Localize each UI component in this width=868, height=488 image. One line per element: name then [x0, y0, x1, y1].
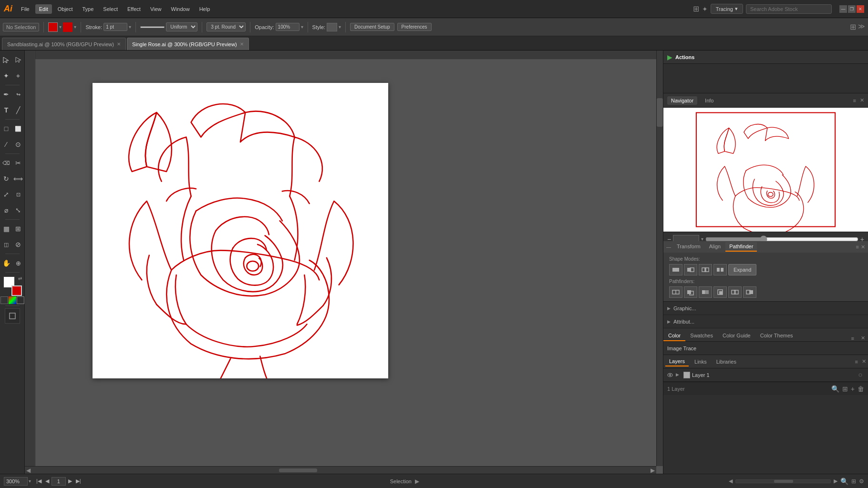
tab-align[interactable]: Align [705, 242, 724, 252]
tab-rose[interactable]: Single Rose.ai @ 300% (RGB/GPU Preview) … [127, 38, 249, 50]
fill-color-swatch[interactable] [48, 22, 58, 32]
width-tool[interactable]: ⤡ [12, 203, 24, 218]
tab-rose-close[interactable]: ✕ [240, 41, 244, 47]
type-tool[interactable]: T [0, 102, 12, 118]
scroll-left-arrow[interactable]: ◀ [25, 467, 32, 474]
crop-btn[interactable] [713, 286, 727, 298]
menu-object[interactable]: Object [54, 4, 77, 14]
preferences-button[interactable]: Preferences [397, 23, 432, 31]
layers-close[interactable]: ✕ [862, 358, 866, 365]
rotate-tool[interactable]: ↻ [0, 171, 12, 186]
merge-btn[interactable] [699, 286, 712, 298]
scroll-thumb[interactable] [279, 468, 317, 472]
scroll-position-thumb[interactable] [774, 480, 793, 483]
minus-back-btn[interactable] [743, 286, 756, 298]
page-number-input[interactable] [52, 477, 66, 486]
canvas-area[interactable]: .rose-path { fill: none; stroke: #cc0000… [25, 51, 663, 474]
layers-menu[interactable]: ≡ [855, 359, 858, 365]
hand-tool[interactable]: ✋ [0, 255, 12, 271]
status-arrow-right[interactable]: ▶ [413, 478, 421, 485]
reflect-tool[interactable]: ⟺ [12, 171, 24, 186]
zoom-arrow[interactable]: ▾ [29, 478, 31, 484]
expand-button[interactable]: Expand [728, 264, 756, 275]
actions-play-button[interactable]: ▶ [667, 53, 672, 61]
menu-edit[interactable]: Edit [35, 4, 52, 14]
prev-page-button[interactable]: |◀ [35, 478, 43, 484]
layer-lock-icon[interactable] [858, 371, 865, 379]
intersect-btn[interactable] [699, 264, 712, 275]
divide-btn[interactable] [669, 286, 682, 298]
status-grid-icon[interactable]: ⊞ [851, 478, 856, 485]
attributes-item[interactable]: ▶ Attribut... [663, 315, 868, 328]
horizontal-scrollbar[interactable]: ◀ ▶ [25, 466, 656, 474]
scissors-tool[interactable]: ✂ [12, 155, 24, 171]
brush-icon[interactable]: ✦ [702, 5, 708, 13]
style-arrow[interactable]: ▾ [339, 24, 341, 30]
stroke-arrow[interactable]: ▾ [74, 24, 76, 30]
stroke-color-swatch[interactable] [63, 22, 72, 32]
lasso-tool[interactable]: ⌖ [12, 68, 24, 83]
gradient-tool[interactable]: ◫ [0, 237, 12, 252]
arrange-icon[interactable]: ⊞ [693, 4, 699, 13]
scroll-track[interactable] [32, 468, 649, 472]
warp-tool[interactable]: ⌀ [0, 203, 12, 218]
minimize-button[interactable]: — [839, 5, 847, 13]
stroke-weight-input[interactable] [103, 23, 127, 31]
zoom-tool[interactable]: ⊕ [12, 255, 24, 271]
tab-layers[interactable]: Layers [665, 357, 689, 366]
opacity-input[interactable] [276, 23, 300, 31]
pen-tool[interactable]: ✒ [0, 87, 12, 102]
graphic-styles-item[interactable]: ▶ Graphic... [663, 302, 868, 315]
stroke-swatch[interactable] [11, 285, 22, 296]
next-page-step[interactable]: ▶ [67, 478, 73, 484]
status-settings-icon[interactable]: ⚙ [859, 478, 864, 485]
rect-tool[interactable]: □ [0, 121, 12, 136]
fill-arrow[interactable]: ▾ [59, 24, 62, 30]
workspace-button[interactable]: Tracing ▾ [711, 4, 743, 14]
more-options-icon[interactable]: ≫ [858, 22, 865, 31]
opacity-arrow[interactable]: ▾ [301, 24, 303, 30]
canvas-content[interactable]: .rose-path { fill: none; stroke: #cc0000… [35, 59, 656, 466]
menu-window[interactable]: Window [167, 4, 194, 14]
magic-wand-tool[interactable]: ✦ [0, 68, 12, 83]
document-setup-button[interactable]: Document Setup [350, 23, 394, 31]
tab-transform[interactable]: Transform [673, 242, 704, 252]
menu-select[interactable]: Select [99, 4, 122, 14]
tab-swatches[interactable]: Swatches [685, 331, 718, 341]
pathfinder-close[interactable]: ✕ [861, 244, 865, 250]
vertical-scrollbar[interactable] [656, 51, 663, 466]
menu-type[interactable]: Type [79, 4, 98, 14]
pathfinder-collapse[interactable]: — [666, 244, 671, 250]
tab-info[interactable]: Info [701, 96, 717, 105]
tab-sandblasting[interactable]: Sandblasting.ai @ 100% (RGB/GPU Preview)… [2, 38, 126, 50]
eyedropper-tool[interactable]: ⊘ [12, 237, 24, 252]
eraser-tool[interactable]: ⌫ [0, 155, 12, 171]
color-panel-close[interactable]: ✕ [858, 335, 868, 341]
artboard-prev-icon[interactable]: ◀ [729, 478, 733, 484]
outline-btn[interactable] [728, 286, 742, 298]
status-search-icon[interactable]: 🔍 [840, 478, 848, 485]
mesh-tool[interactable]: ⊞ [12, 221, 24, 236]
layers-delete-icon[interactable]: 🗑 [858, 385, 864, 393]
drawing-modes-icon[interactable] [5, 308, 20, 324]
scroll-position-bar[interactable] [735, 479, 831, 483]
line-segment-tool[interactable]: ╱ [12, 102, 24, 118]
arrange-docs-icon[interactable]: ⊞ [850, 22, 856, 31]
scroll-right-arrow[interactable]: ▶ [649, 467, 656, 474]
menu-file[interactable]: File [17, 4, 33, 14]
swap-colors-icon[interactable]: ⇄ [18, 276, 22, 281]
tab-pathfinder[interactable]: Pathfinder [725, 242, 757, 252]
tab-color-themes[interactable]: Color Themes [755, 331, 798, 341]
curvature-tool[interactable]: ↬ [12, 87, 24, 102]
paintbrush-tool[interactable]: ∕ [0, 137, 12, 152]
tab-color-guide[interactable]: Color Guide [718, 331, 755, 341]
close-button[interactable]: ✕ [857, 5, 864, 13]
tab-color[interactable]: Color [663, 331, 685, 341]
select-tool[interactable] [0, 52, 12, 68]
tab-navigator[interactable]: Navigator [667, 96, 697, 105]
menu-view[interactable]: View [146, 4, 165, 14]
direct-select-tool[interactable] [12, 52, 24, 68]
menu-help[interactable]: Help [196, 4, 214, 14]
menu-effect[interactable]: Effect [124, 4, 145, 14]
color-panel-menu[interactable]: ≡ [847, 336, 858, 341]
